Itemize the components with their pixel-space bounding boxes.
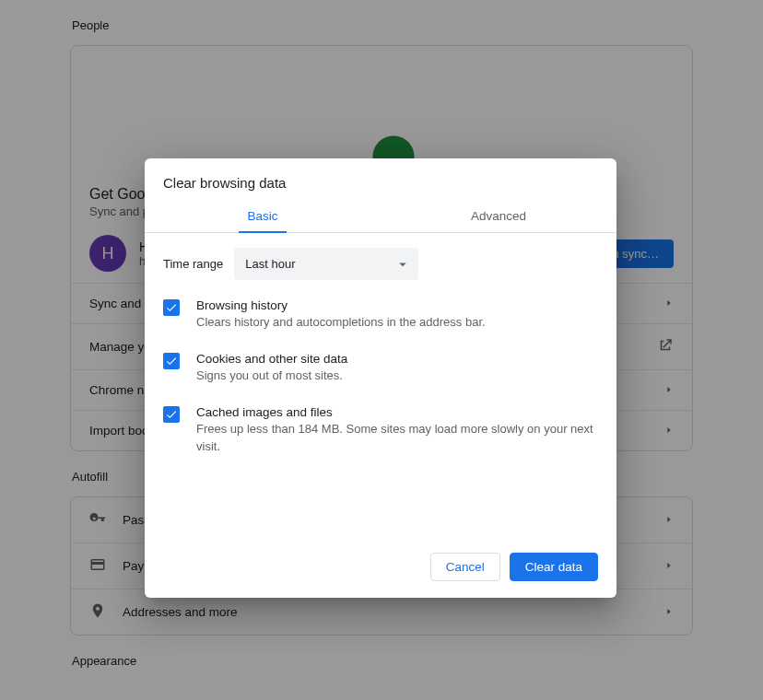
clear-data-button[interactable]: Clear data xyxy=(510,553,598,581)
option-subtitle: Signs you out of most sites. xyxy=(196,368,347,385)
dialog-tabs: Basic Advanced xyxy=(145,200,616,233)
checkbox-checked[interactable] xyxy=(163,406,180,423)
dialog-actions: Cancel Clear data xyxy=(145,540,616,598)
time-range-label: Time range xyxy=(163,257,223,271)
option-cookies[interactable]: Cookies and other site data Signs you ou… xyxy=(163,352,598,385)
option-title: Browsing history xyxy=(196,298,486,312)
time-range-select[interactable]: Last hour xyxy=(234,248,418,280)
clear-browsing-data-dialog: Clear browsing data Basic Advanced Time … xyxy=(145,158,616,598)
cancel-button[interactable]: Cancel xyxy=(430,553,500,581)
option-title: Cached images and files xyxy=(196,405,598,419)
option-subtitle: Frees up less than 184 MB. Some sites ma… xyxy=(196,421,598,456)
tab-advanced[interactable]: Advanced xyxy=(381,200,616,232)
option-browsing-history[interactable]: Browsing history Clears history and auto… xyxy=(163,298,598,332)
checkbox-checked[interactable] xyxy=(163,299,180,316)
option-cache[interactable]: Cached images and files Frees up less th… xyxy=(163,405,598,456)
dialog-title: Clear browsing data xyxy=(145,158,616,200)
option-title: Cookies and other site data xyxy=(196,352,347,366)
tab-basic[interactable]: Basic xyxy=(145,200,381,232)
option-subtitle: Clears history and autocompletions in th… xyxy=(196,314,486,332)
checkbox-checked[interactable] xyxy=(163,353,180,369)
